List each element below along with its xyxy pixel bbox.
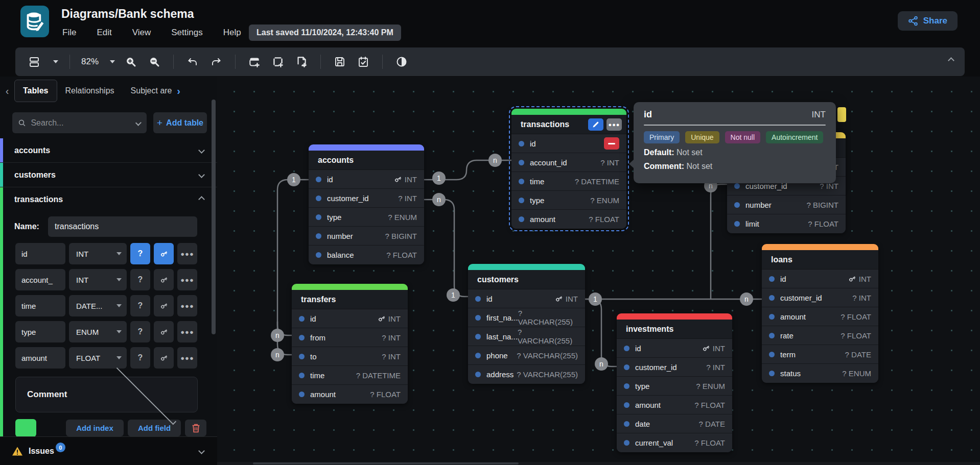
table-field-row[interactable]: id INT (617, 339, 732, 358)
table-field-row[interactable]: type? ENUM (511, 191, 626, 210)
table-field-row[interactable]: balance? FLOAT (309, 246, 424, 264)
table-field-row[interactable]: customer_id? INT (762, 288, 878, 307)
zoom-out-icon[interactable] (147, 54, 162, 69)
table-field-row[interactable]: number? BIGINT (727, 195, 846, 214)
table-field-row[interactable]: id (511, 134, 626, 153)
table-field-row[interactable]: first_na...? VARCHAR(255) (468, 308, 585, 327)
field-type-select[interactable]: ENUM (69, 321, 127, 342)
add-table-icon[interactable] (247, 54, 262, 69)
canvas-table-transfers[interactable]: transfersid INTfrom? INTto? INTtime? DAT… (292, 284, 408, 404)
table-field-row[interactable]: id INT (468, 289, 585, 308)
zoom-in-icon[interactable] (123, 54, 138, 69)
menu-help[interactable]: Help (223, 28, 241, 38)
table-color-swatch[interactable] (15, 419, 36, 437)
canvas-table-loans[interactable]: loansid INTcustomer_id? INTamount? FLOAT… (762, 244, 878, 383)
primary-key-toggle[interactable] (154, 243, 174, 264)
field-type-select[interactable]: DATE... (69, 295, 127, 316)
delete-table-button[interactable] (185, 420, 206, 436)
table-field-row[interactable]: current_val? FLOAT (617, 433, 732, 452)
search-input[interactable] (31, 118, 136, 128)
nullable-toggle[interactable]: ? (130, 295, 150, 316)
field-name-input[interactable]: amount (15, 347, 65, 369)
undo-icon[interactable] (185, 54, 200, 69)
table-field-row[interactable]: rate? FLOAT (762, 326, 878, 345)
edit-table-button[interactable] (588, 118, 603, 131)
table-field-row[interactable]: time? DATETIME (292, 366, 408, 385)
table-field-row[interactable]: time? DATETIME (511, 172, 626, 191)
table-field-row[interactable]: customer_id? INT (309, 189, 424, 208)
table-field-row[interactable]: id INT (292, 309, 408, 328)
canvas-table-transactions[interactable]: transactions●●●idaccount_id? INTtime? DA… (511, 109, 626, 229)
table-field-row[interactable]: limit? FLOAT (727, 214, 846, 233)
table-field-row[interactable]: customer_id? INT (617, 358, 732, 377)
table-field-row[interactable]: amount? FLOAT (762, 307, 878, 326)
zoom-caret-icon[interactable] (110, 60, 115, 63)
primary-key-toggle[interactable] (154, 295, 174, 316)
accordion-accounts[interactable]: accounts (0, 138, 217, 163)
table-field-row[interactable]: type? ENUM (309, 208, 424, 227)
field-type-select[interactable]: INT (69, 243, 127, 264)
table-field-row[interactable]: from? INT (292, 328, 408, 347)
nullable-toggle[interactable]: ? (130, 243, 150, 264)
sticky-note[interactable] (837, 107, 846, 122)
primary-key-toggle[interactable] (154, 347, 174, 369)
todo-icon[interactable] (356, 54, 371, 69)
tabs-scroll-left-icon[interactable]: ‹ (0, 85, 14, 97)
table-field-row[interactable]: date? DATE (617, 414, 732, 433)
redo-icon[interactable] (208, 54, 224, 69)
comment-panel[interactable]: Comment (15, 377, 198, 412)
field-name-input[interactable]: id (15, 243, 65, 264)
field-more-button[interactable]: ●●● (177, 243, 197, 264)
table-more-button[interactable]: ●●● (606, 118, 622, 131)
layout-caret-icon[interactable] (53, 60, 58, 63)
field-more-button[interactable]: ●●● (177, 295, 197, 316)
field-name-input[interactable]: time (15, 295, 65, 316)
table-field-row[interactable]: amount? FLOAT (617, 396, 732, 414)
accordion-customers[interactable]: customers (0, 163, 217, 187)
tab-tables[interactable]: Tables (14, 80, 57, 102)
table-field-row[interactable]: to? INT (292, 347, 408, 366)
table-search[interactable] (12, 112, 147, 133)
canvas-table-accounts[interactable]: accountsid INTcustomer_id? INTtype? ENUM… (309, 144, 424, 264)
field-name-input[interactable]: type (15, 321, 65, 342)
accordion-transactions[interactable]: transactions Name: idINT?●●●account_INT?… (0, 187, 217, 442)
field-type-select[interactable]: INT (69, 269, 127, 290)
table-field-row[interactable]: term? DATE (762, 345, 878, 364)
issues-bar[interactable]: Issues 0 (0, 436, 217, 465)
menu-view[interactable]: View (132, 28, 151, 38)
canvas-table-investments[interactable]: investmentsid INTcustomer_id? INTtype? E… (617, 313, 732, 452)
table-name-input[interactable] (48, 216, 197, 237)
share-button[interactable]: Share (898, 11, 958, 31)
add-area-icon[interactable] (270, 54, 286, 69)
menu-settings[interactable]: Settings (171, 28, 202, 38)
table-field-row[interactable]: address? VARCHAR(255) (468, 365, 585, 384)
canvas-horizontal-scrollbar[interactable] (217, 462, 980, 465)
table-field-row[interactable]: amount? FLOAT (511, 210, 626, 229)
table-field-row[interactable]: id INT (309, 170, 424, 189)
relationship-edge[interactable] (585, 299, 617, 366)
primary-key-toggle[interactable] (154, 269, 174, 290)
table-field-row[interactable]: number? BIGINT (309, 227, 424, 246)
nullable-toggle[interactable]: ? (130, 321, 150, 342)
table-field-row[interactable]: last_na...? VARCHAR(255) (468, 327, 585, 346)
field-type-select[interactable]: FLOAT (69, 347, 127, 369)
diagram-canvas[interactable]: 1nn1nn11nnn accountsid INTcustomer_id? I… (217, 77, 980, 465)
nullable-toggle[interactable]: ? (130, 347, 150, 369)
zoom-level[interactable]: 82% (81, 57, 99, 67)
delete-field-button[interactable] (604, 137, 619, 150)
app-logo[interactable] (20, 6, 49, 37)
sidebar-scrollbar[interactable] (212, 100, 216, 334)
add-index-button[interactable]: Add index (66, 420, 124, 436)
theme-contrast-icon[interactable] (394, 54, 409, 69)
table-field-row[interactable]: account_id? INT (511, 153, 626, 172)
chevron-down-icon[interactable] (198, 147, 205, 154)
tabs-scroll-right-icon[interactable]: › (172, 85, 186, 97)
chevron-down-icon[interactable] (198, 448, 205, 454)
table-field-row[interactable]: phone? VARCHAR(255) (468, 346, 585, 365)
menu-edit[interactable]: Edit (97, 28, 111, 38)
collapse-header-icon[interactable] (949, 56, 953, 65)
chevron-up-icon[interactable] (198, 196, 205, 203)
field-more-button[interactable]: ●●● (177, 269, 197, 290)
primary-key-toggle[interactable] (154, 321, 174, 342)
layout-icon[interactable] (27, 54, 42, 69)
